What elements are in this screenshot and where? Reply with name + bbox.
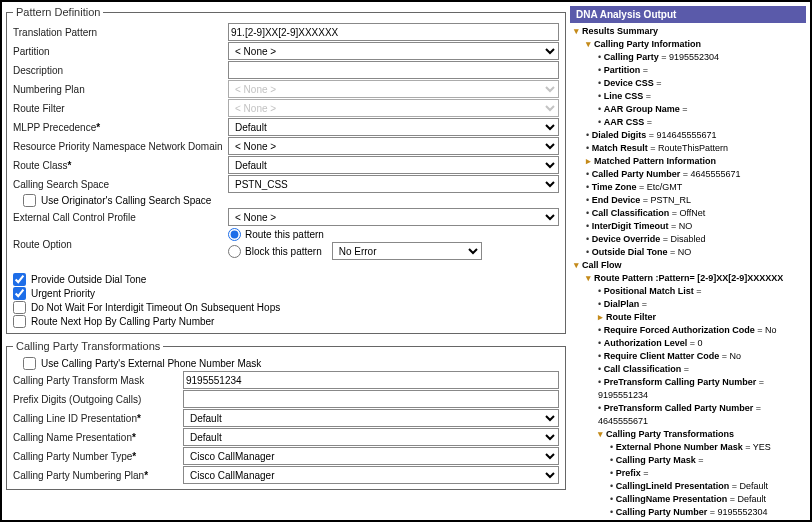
call-classification: Call Classification = OffNet: [586, 207, 802, 220]
clid-label: Calling Line ID Presentation*: [13, 413, 183, 424]
pattern-definition-legend: Pattern Definition: [13, 6, 103, 18]
use-orig-css-label: Use Originator's Calling Search Space: [41, 195, 211, 206]
cpi: Calling Party Information: [594, 39, 701, 49]
cpi-aar-group: AAR Group Name =: [598, 103, 802, 116]
cname-label: Calling Name Presentation*: [13, 432, 183, 443]
route-next-label: Route Next Hop By Calling Party Number: [31, 316, 214, 327]
req-cmc: Require Client Matter Code = No: [598, 350, 802, 363]
cli-pres: CallingLineId Presentation = Default: [610, 480, 802, 493]
urgent-label: Urgent Priority: [31, 288, 95, 299]
pre-called: PreTransform Called Party Number = 46455…: [598, 402, 802, 428]
cpnplan-select[interactable]: Cisco CallManager: [183, 466, 559, 484]
cpmask: Calling Party Mask =: [610, 454, 802, 467]
ext-mask: External Phone Number Mask = YES: [610, 441, 802, 454]
cname-select[interactable]: Default: [183, 428, 559, 446]
partition-select[interactable]: < None >: [228, 42, 559, 60]
description-label: Description: [13, 65, 228, 76]
numbering-plan-select: < None >: [228, 80, 559, 98]
numbering-plan-label: Numbering Plan: [13, 84, 228, 95]
mlpp-label: MLPP Precedence*: [13, 122, 228, 133]
req-fac: Require Forced Authorization Code = No: [598, 324, 802, 337]
use-orig-css-checkbox[interactable]: [23, 194, 36, 207]
left-panel: Pattern Definition Translation Pattern P…: [6, 6, 566, 516]
route-filter-select: < None >: [228, 99, 559, 117]
end-device: End Device = PSTN_RL: [586, 194, 802, 207]
caret-down-icon[interactable]: ▾: [574, 25, 582, 38]
no-wait-checkbox[interactable]: [13, 301, 26, 314]
cpt-prefix: Prefix =: [610, 467, 802, 480]
block-this-label: Block this pattern: [245, 246, 322, 257]
dna-header: DNA Analysis Output: [570, 6, 806, 23]
route-class-label: Route Class*: [13, 160, 228, 171]
translation-pattern-input[interactable]: [228, 23, 559, 41]
no-wait-label: Do Not Wait For Interdigit Timeout On Su…: [31, 302, 280, 313]
mpi: Matched Pattern Information: [594, 156, 716, 166]
dna-tree: ▾Results Summary ▾Calling Party Informat…: [570, 23, 806, 522]
use-ext-mask-checkbox[interactable]: [23, 357, 36, 370]
css-select[interactable]: PSTN_CSS: [228, 175, 559, 193]
calling-party-legend: Calling Party Transformations: [13, 340, 163, 352]
cpn2: Calling Party Number = 9195552304: [610, 506, 802, 519]
pre-cpn: PreTransform Calling Party Number = 9195…: [598, 376, 802, 402]
device-override: Device Override = Disabled: [586, 233, 802, 246]
cpi-line-css: Line CSS =: [598, 90, 802, 103]
prefix-label: Prefix Digits (Outgoing Calls): [13, 394, 183, 405]
block-this-radio[interactable]: [228, 245, 241, 258]
provide-dial-tone-checkbox[interactable]: [13, 273, 26, 286]
route-filter-node: Route Filter: [606, 312, 656, 322]
results-summary: Results Summary: [582, 26, 658, 36]
rpnnd-select[interactable]: < None >: [228, 137, 559, 155]
cpntype-label: Calling Party Number Type*: [13, 451, 183, 462]
route-pattern: Route Pattern :Pattern= [2-9]XX[2-9]XXXX…: [594, 273, 783, 283]
prefix-input[interactable]: [183, 390, 559, 408]
pattern-definition-group: Pattern Definition Translation Pattern P…: [6, 6, 566, 334]
route-class-select[interactable]: Default: [228, 156, 559, 174]
call-flow: Call Flow: [582, 260, 622, 270]
dialed-digits: Dialed Digits = 914645555671: [586, 129, 802, 142]
match-result: Match Result = RouteThisPattern: [586, 142, 802, 155]
dialplan: DialPlan =: [598, 298, 802, 311]
clid-select[interactable]: Default: [183, 409, 559, 427]
mask-label: Calling Party Transform Mask: [13, 375, 183, 386]
rpnnd-label: Resource Priority Namespace Network Doma…: [13, 141, 228, 152]
urgent-checkbox[interactable]: [13, 287, 26, 300]
translation-pattern-label: Translation Pattern: [13, 27, 228, 38]
auth-level: Authorization Level = 0: [598, 337, 802, 350]
time-zone: Time Zone = Etc/GMT: [586, 181, 802, 194]
cn-pres: CallingName Presentation = Default: [610, 493, 802, 506]
css-label: Calling Search Space: [13, 179, 228, 190]
caret-right-icon[interactable]: ▸: [598, 311, 606, 324]
interdigit-timeout: InterDigit Timeout = NO: [586, 220, 802, 233]
outside-dial-tone: Outside Dial Tone = NO: [586, 246, 802, 259]
block-reason-select[interactable]: No Error: [332, 242, 482, 260]
route-this-label: Route this pattern: [245, 229, 324, 240]
cpi-calling-party: Calling Party = 9195552304: [598, 51, 802, 64]
route-option-label: Route Option: [13, 239, 228, 250]
caret-right-icon[interactable]: ▸: [586, 155, 594, 168]
route-next-checkbox[interactable]: [13, 315, 26, 328]
caret-down-icon[interactable]: ▾: [586, 38, 594, 51]
partition-label: Partition: [13, 46, 228, 57]
calling-party-group: Calling Party Transformations Use Callin…: [6, 340, 566, 490]
call-class2: Call Classification =: [598, 363, 802, 376]
description-input[interactable]: [228, 61, 559, 79]
provide-dial-tone-label: Provide Outside Dial Tone: [31, 274, 146, 285]
cpi-device-css: Device CSS =: [598, 77, 802, 90]
called-party-number: Called Party Number = 4645555671: [586, 168, 802, 181]
mask-input[interactable]: [183, 371, 559, 389]
ext-ccp-select[interactable]: < None >: [228, 208, 559, 226]
caret-down-icon[interactable]: ▾: [586, 272, 594, 285]
ext-ccp-label: External Call Control Profile: [13, 212, 228, 223]
cpi-aar-css: AAR CSS =: [598, 116, 802, 129]
cpi-partition: Partition =: [598, 64, 802, 77]
use-ext-mask-label: Use Calling Party's External Phone Numbe…: [41, 358, 261, 369]
cpntype-select[interactable]: Cisco CallManager: [183, 447, 559, 465]
cpt-node: Calling Party Transformations: [606, 429, 734, 439]
caret-down-icon[interactable]: ▾: [598, 428, 606, 441]
route-this-radio[interactable]: [228, 228, 241, 241]
mlpp-select[interactable]: Default: [228, 118, 559, 136]
caret-down-icon[interactable]: ▾: [574, 259, 582, 272]
dna-panel: DNA Analysis Output ▾Results Summary ▾Ca…: [570, 6, 806, 516]
cpnplan-label: Calling Party Numbering Plan*: [13, 470, 183, 481]
pos-match-list: Positional Match List =: [598, 285, 802, 298]
